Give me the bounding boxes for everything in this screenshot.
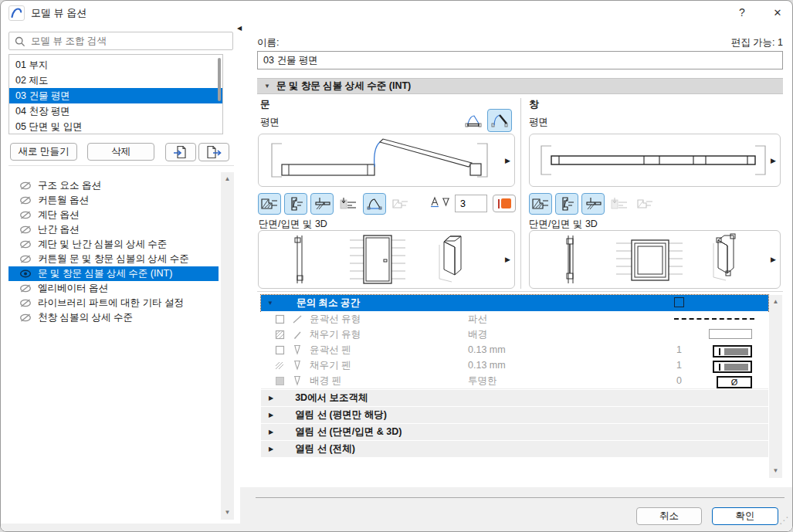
- fill-pen-icon: [275, 361, 286, 371]
- table-group-row[interactable]: ▶ 열림 선 (단면/입면 & 3D): [261, 424, 768, 440]
- expand-right-icon[interactable]: ▶: [269, 446, 273, 452]
- door-section-preview[interactable]: ▶: [258, 230, 515, 289]
- table-row[interactable]: 윤곽선 유형 파선: [261, 311, 768, 327]
- scroll-down-icon[interactable]: ▼: [221, 509, 234, 517]
- sill-hatch-icon: [313, 197, 330, 211]
- new-button[interactable]: 새로 만들기: [10, 143, 77, 161]
- door-plan-preview[interactable]: ▶: [258, 134, 515, 187]
- scroll-up-icon[interactable]: ▲: [769, 298, 782, 306]
- export-button[interactable]: [198, 143, 229, 161]
- splitter-collapse-icon[interactable]: ◀: [237, 25, 242, 32]
- window-section-flyout-icon[interactable]: ▶: [771, 256, 776, 263]
- name-input[interactable]: [257, 51, 783, 69]
- collapse-icon[interactable]: ▼: [264, 83, 270, 90]
- door-frame-hatch-toggle[interactable]: [284, 193, 307, 215]
- row-value[interactable]: 배경: [468, 328, 487, 341]
- option-label: 구조 요소 옵션: [38, 179, 101, 192]
- list-item-selected[interactable]: 03 건물 평면: [9, 88, 222, 103]
- cancel-button[interactable]: 취소: [636, 507, 702, 525]
- eye-off-icon: [19, 211, 32, 219]
- list-item[interactable]: 02 제도: [9, 73, 222, 88]
- table-row[interactable]: 윤곽선 펜 0.13 mm 1: [261, 342, 768, 358]
- table-group-row[interactable]: ▶ 3D에서 보조객체: [261, 390, 768, 406]
- door-marker-lines-toggle[interactable]: [337, 193, 360, 215]
- editable-count: 편집 가능: 1: [629, 36, 783, 49]
- pen-preview[interactable]: [713, 345, 752, 357]
- row-label: 윤곽선 유형: [310, 313, 361, 326]
- eye-off-icon: [19, 313, 32, 322]
- ok-button[interactable]: 확인: [712, 507, 778, 525]
- expand-right-icon[interactable]: ▶: [269, 412, 273, 418]
- pen-color-button[interactable]: [493, 195, 516, 212]
- group-collapse-icon[interactable]: ▼: [267, 300, 273, 307]
- option-row[interactable]: 계단 및 난간 심볼의 상세 수준: [8, 237, 219, 252]
- expand-right-icon[interactable]: ▶: [269, 395, 273, 402]
- door-section-flyout-icon[interactable]: ▶: [505, 256, 510, 263]
- pen-nib-icon: [292, 344, 303, 355]
- table-group-row[interactable]: ▶ 열림 선 (평면만 해당): [261, 407, 768, 423]
- door-opening-arc-toggle[interactable]: [363, 193, 386, 215]
- delete-button[interactable]: 삭제: [87, 143, 154, 161]
- window-plan-preview[interactable]: ▶: [529, 134, 781, 187]
- table-row[interactable]: 채우기 펜 0.13 mm 1: [261, 357, 768, 374]
- table-row[interactable]: 배경 펜 투명한 0 Ø: [261, 373, 768, 389]
- search-input[interactable]: [29, 33, 229, 49]
- table-group-header[interactable]: ▼ 문의 최소 공간: [261, 295, 768, 311]
- door-wall-opening-hatch-toggle[interactable]: [258, 193, 281, 215]
- option-row[interactable]: 엘리베이터 옵션: [8, 281, 219, 296]
- resize-grip[interactable]: ⋰: [779, 515, 788, 526]
- fill-preview[interactable]: [709, 329, 752, 339]
- scroll-down-icon[interactable]: ▼: [769, 467, 782, 475]
- door-closed-symbol-toggle[interactable]: [462, 110, 485, 131]
- window-plan-drawing: [530, 134, 780, 186]
- group-row-label: 열림 선 (평면만 해당): [295, 408, 387, 422]
- table-row[interactable]: 채우기 유형 배경: [261, 327, 768, 343]
- import-button[interactable]: [165, 143, 196, 161]
- search-box[interactable]: [8, 32, 233, 50]
- table-group-row[interactable]: ▶ 열림 선 (전체): [261, 441, 768, 457]
- option-row[interactable]: 구조 요소 옵션: [8, 178, 219, 193]
- section-header[interactable]: ▼ 문 및 창문 심볼 상세 수준 (INT): [257, 78, 783, 94]
- option-row[interactable]: 천창 심볼의 상세 수준: [8, 310, 219, 325]
- row-value[interactable]: 0.13 mm: [468, 360, 506, 371]
- option-row[interactable]: 난간 옵션: [8, 222, 219, 237]
- dashed-line-preview[interactable]: [674, 318, 754, 320]
- close-button[interactable]: ✕: [764, 2, 791, 22]
- window-marker-lines-toggle[interactable]: [608, 193, 631, 215]
- window-section-preview[interactable]: ▶: [529, 230, 781, 289]
- window-opening-lines-toggle[interactable]: [634, 193, 657, 215]
- list-item[interactable]: 05 단면 및 입면: [9, 119, 222, 134]
- combination-list-scrollbar[interactable]: [218, 58, 221, 101]
- door-sill-hatch-toggle[interactable]: [310, 193, 334, 215]
- row-value[interactable]: 0.13 mm: [468, 344, 506, 355]
- table-scrollbar[interactable]: ▲ ▼: [769, 295, 782, 478]
- option-row[interactable]: 계단 옵션: [8, 208, 219, 222]
- opening-line-pen-icon: [430, 195, 452, 209]
- window-sill-hatch-toggle[interactable]: [581, 193, 605, 215]
- option-row[interactable]: 커튼월 옵션: [8, 193, 219, 208]
- attribute-table: ▼ 문의 최소 공간 윤곽선 유형 파선 채우기 유형 배경 윤곽선 펜 0.1…: [261, 295, 768, 487]
- door-opening-lines-toggle[interactable]: [389, 193, 412, 215]
- window-plan-flyout-icon[interactable]: ▶: [771, 157, 776, 164]
- list-item[interactable]: 04 천장 평면: [9, 103, 222, 119]
- row-pen-number: 1: [663, 360, 682, 371]
- pen-preview[interactable]: [713, 361, 752, 373]
- help-button[interactable]: ?: [728, 2, 756, 22]
- row-value[interactable]: 파선: [468, 313, 487, 326]
- row-value[interactable]: 투명한: [468, 374, 497, 388]
- option-row[interactable]: 라이브러리 파트에 대한 기타 설정: [8, 296, 219, 310]
- option-row[interactable]: 커튼월 문 및 창문 심볼의 상세 수준: [8, 252, 219, 266]
- door-plan-flyout-icon[interactable]: ▶: [505, 157, 510, 164]
- window-frame-hatch-toggle[interactable]: [555, 193, 578, 215]
- options-scrollbar[interactable]: ▲ ▼: [221, 172, 234, 520]
- scroll-up-icon[interactable]: ▲: [221, 175, 234, 183]
- expand-right-icon[interactable]: ▶: [269, 429, 273, 435]
- group-checkbox[interactable]: [674, 297, 684, 307]
- option-row-selected[interactable]: 문 및 창문 심볼 상세 수준 (INT): [8, 266, 219, 281]
- option-label: 커튼월 문 및 창문 심볼의 상세 수준: [38, 252, 189, 266]
- pen-number-input[interactable]: [455, 195, 487, 212]
- door-open-symbol-toggle[interactable]: [487, 109, 512, 132]
- empty-set-preview[interactable]: Ø: [717, 376, 752, 388]
- list-item[interactable]: 01 부지: [9, 57, 222, 73]
- window-wall-opening-hatch-toggle[interactable]: [529, 193, 552, 215]
